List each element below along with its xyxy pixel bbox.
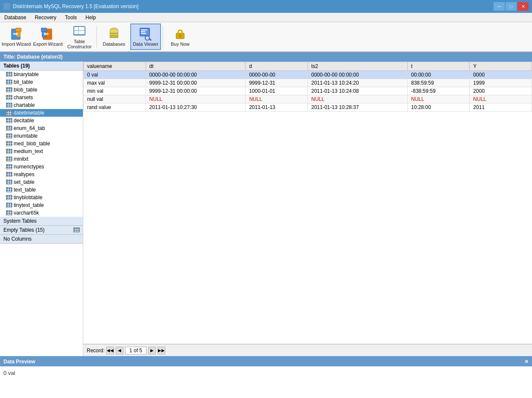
sidebar-item-label: varchar65k: [14, 210, 39, 216]
sidebar-item-med_blob_table[interactable]: med_blob_table: [0, 140, 83, 147]
table-row[interactable]: 0 val0000-00-00 00:00:000000-00-000000-0…: [84, 71, 532, 79]
sidebar-item-medium_text[interactable]: medium_text: [0, 147, 83, 155]
cell-Y: 1999: [470, 79, 532, 87]
minimize-button[interactable]: ─: [494, 2, 505, 11]
sidebar-item-chartable[interactable]: chartable: [0, 101, 83, 109]
table-row[interactable]: rand value2011-01-13 10:27:302011-01-132…: [84, 103, 532, 112]
table-icon: [6, 203, 12, 208]
buy-now-button[interactable]: Buy Now: [165, 24, 196, 50]
table-icon: [6, 110, 12, 115]
cell-d: 1000-01-01: [246, 87, 308, 95]
table-icon: [6, 95, 12, 100]
bottom-panel: Data Preview ✕ 0 val: [0, 356, 532, 398]
cell-dt: 9999-12-31 00:00:00: [146, 87, 246, 95]
sidebar-item-binarytable[interactable]: binarytable: [0, 71, 83, 78]
sidebar-item-enumtable[interactable]: enumtable: [0, 132, 83, 140]
table-icon: [6, 164, 12, 169]
sidebar-item-label: enum_64_tab: [14, 125, 45, 131]
table-icon: [6, 156, 12, 162]
cell-d: 9999-12-31: [246, 79, 308, 87]
menu-item-recovery[interactable]: Recovery: [30, 14, 61, 21]
sidebar-item-label: text_table: [14, 187, 36, 193]
table-icon: [6, 172, 12, 177]
titlebar-left: DiskInternals MySQL Recovery 1.5 [Evalua…: [3, 3, 138, 10]
cell-ts2: 2011-01-13 10:24:20: [307, 79, 407, 87]
prev-record-button[interactable]: ◀: [116, 347, 123, 354]
table-row[interactable]: max val9999-12-31 00:00:009999-12-312011…: [84, 79, 532, 87]
table-icon: [6, 133, 12, 139]
data-viewer-button[interactable]: Data Viewer: [130, 24, 161, 50]
table-row[interactable]: min val9999-12-31 00:00:001000-01-012011…: [84, 87, 532, 95]
tables-list: binarytablebit_tableblob_tablecharsetsch…: [0, 71, 83, 217]
cell-dt: 0000-00-00 00:00:00: [146, 71, 246, 79]
bottom-panel-close[interactable]: ✕: [524, 359, 529, 365]
sidebar-item-datetimetable[interactable]: datetimetable: [0, 109, 83, 117]
next-record-button[interactable]: ▶: [148, 347, 156, 354]
sidebar-item-label: numerictypes: [14, 164, 44, 170]
table-icon: [6, 126, 12, 131]
cell-t: 00:00:00: [407, 71, 470, 79]
cell-ts2: 2011-01-13 10:24:08: [307, 87, 407, 95]
sidebar-item-tinyblobtable[interactable]: tinyblobtable: [0, 194, 83, 201]
menubar: DatabaseRecoveryToolsHelp: [0, 13, 532, 22]
table-constructor-button[interactable]: Table Constructor: [64, 24, 95, 50]
first-record-button[interactable]: ◀◀: [106, 347, 114, 354]
menu-item-help[interactable]: Help: [81, 14, 100, 21]
sidebar-item-varchar65k[interactable]: varchar65k: [0, 209, 83, 217]
record-navigation: Record: ◀◀ ◀ ▶ ▶▶: [83, 344, 532, 356]
record-input[interactable]: [125, 347, 146, 354]
table-icon: [6, 141, 12, 146]
cell-Y: 2011: [470, 103, 532, 112]
no-columns-header: No Columns: [0, 235, 83, 244]
table-icon: [6, 195, 12, 200]
sidebar-item-text_table[interactable]: text_table: [0, 186, 83, 194]
last-record-button[interactable]: ▶▶: [158, 347, 165, 354]
sidebar-item-charsets[interactable]: charsets: [0, 94, 83, 101]
column-header-ts2: ts2: [307, 62, 407, 71]
cell-t: 10:28:00: [407, 103, 470, 112]
app-icon: [3, 3, 10, 10]
column-header-t: t: [407, 62, 470, 71]
cell-ts2: 0000-00-00 00:00:00: [307, 71, 407, 79]
sidebar-item-tinytext_table[interactable]: tinytext_table: [0, 201, 83, 209]
system-tables-header: System Tables: [0, 217, 83, 226]
table-icon: [6, 118, 12, 123]
table-icon: [6, 180, 12, 185]
toolbar-separator-1: [96, 26, 97, 47]
sidebar-item-minitxt[interactable]: minitxt: [0, 155, 83, 163]
sidebar-item-label: tinytext_table: [14, 202, 44, 208]
empty-tables-header: Empty Tables (15): [0, 226, 83, 235]
sidebar-item-numerictypes[interactable]: numerictypes: [0, 163, 83, 171]
sidebar-item-enum_64_tab[interactable]: enum_64_tab: [0, 124, 83, 132]
table-row[interactable]: null valNULLNULLNULLNULLNULL: [84, 95, 532, 103]
sidebar-item-label: charsets: [14, 94, 33, 100]
sidebar-item-realtypes[interactable]: realtypes: [0, 171, 83, 178]
sidebar-item-label: binarytable: [14, 71, 39, 77]
column-header-Y: Y: [470, 62, 532, 71]
cell-Y: NULL: [470, 95, 532, 103]
close-button[interactable]: ✕: [517, 2, 529, 11]
import-wizard-button[interactable]: ⇒ Import Wizard: [1, 24, 32, 50]
sidebar-item-label: datetimetable: [14, 110, 44, 116]
toolbar-separator-2: [163, 26, 163, 47]
buy-now-label: Buy Now: [171, 41, 190, 47]
sidebar-item-set_table[interactable]: set_table: [0, 178, 83, 186]
cell-valuename: null val: [84, 95, 146, 103]
databases-button[interactable]: Databases: [99, 24, 129, 50]
maximize-button[interactable]: □: [506, 2, 517, 11]
sidebar-item-bit_table[interactable]: bit_table: [0, 78, 83, 86]
sidebar-item-decitable[interactable]: decitable: [0, 117, 83, 124]
cell-ts2: NULL: [307, 95, 407, 103]
cell-dt: 2011-01-13 10:27:30: [146, 103, 246, 112]
table-icon: [6, 72, 12, 77]
menu-item-tools[interactable]: Tools: [61, 14, 81, 21]
sidebar-item-label: medium_text: [14, 148, 43, 154]
cell-t: -838:59:59: [407, 87, 470, 95]
sidebar-item-blob_table[interactable]: blob_table: [0, 86, 83, 94]
export-wizard-button[interactable]: ⇐ Export Wizard: [32, 24, 63, 50]
menu-item-database[interactable]: Database: [0, 14, 30, 21]
sidebar-item-label: set_table: [14, 179, 35, 185]
import-wizard-label: Import Wizard: [2, 41, 31, 47]
data-grid-container[interactable]: valuenamedtdts2tY 0 val0000-00-00 00:00:…: [83, 62, 532, 344]
cell-d: 2011-01-13: [246, 103, 308, 112]
